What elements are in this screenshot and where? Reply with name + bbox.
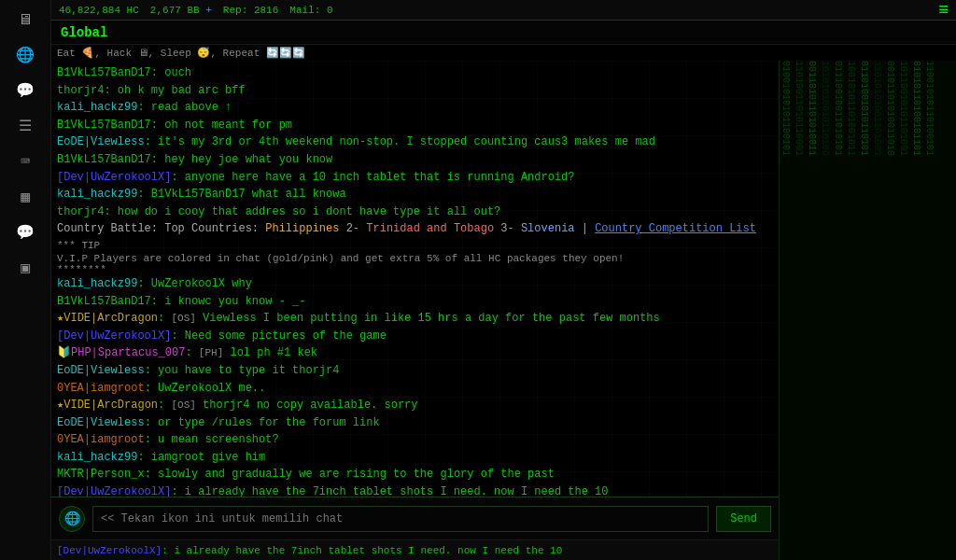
mail-label: Mail: 0 bbox=[289, 5, 332, 16]
topbar-right: ≡ bbox=[938, 1, 949, 20]
chat-wrapper: B1VkL157BanD17: ouch thorjr4: oh k my ba… bbox=[51, 61, 956, 560]
stars-divider: ******** bbox=[57, 264, 773, 275]
chat-input[interactable] bbox=[92, 506, 709, 532]
topbar-stats: 46,822,884 HC 2,677 BB + Rep: 2816 Mail:… bbox=[59, 5, 333, 16]
topbar: 46,822,884 HC 2,677 BB + Rep: 2816 Mail:… bbox=[51, 0, 956, 21]
sidebar-icon-keyboard[interactable]: ⌨ bbox=[7, 145, 44, 178]
sidebar: 🖥 🌐 💬 ☰ ⌨ ▦ 💬 ▣ bbox=[0, 0, 51, 560]
status-message: : i already have the 7inch tablet shots … bbox=[162, 545, 562, 556]
chat-line: kali_hackz99: B1VkL157BanD17 what all kn… bbox=[57, 186, 773, 203]
chat-line: kali_hackz99: read above ↑ bbox=[57, 99, 773, 117]
channel-subtitle: Eat 🍕, Hack 🖥, Sleep 😴, Repeat 🔄🔄🔄 bbox=[51, 45, 956, 61]
channel-name: Global bbox=[61, 25, 107, 40]
chat-line: 🔰PHP|Spartacus_007: [PH] lol ph #1 kek bbox=[57, 344, 773, 362]
status-username: [Dev|UwZerokoolX] bbox=[57, 545, 162, 556]
chat-line: 0YEA|iamgroot: u mean screenshot? bbox=[57, 431, 773, 449]
sidebar-icon-grid[interactable]: ▦ bbox=[7, 180, 44, 214]
right-panel: 01001010101100101 11010011010110001 0011… bbox=[779, 61, 956, 560]
sidebar-icon-monitor[interactable]: 🖥 bbox=[7, 3, 44, 36]
vip-message: V.I.P Players are colored in chat (gold/… bbox=[57, 253, 773, 264]
sidebar-icon-list[interactable]: ☰ bbox=[7, 109, 44, 143]
input-area: 🌐 Send bbox=[51, 497, 779, 539]
chat-line: [Dev|UwZerokoolX]: i already have the 7i… bbox=[57, 483, 773, 497]
hamburger-menu-icon[interactable]: ≡ bbox=[938, 1, 949, 20]
chat-line: MKTR|Person_x: slowly and gradually we a… bbox=[57, 466, 773, 483]
tip-prefix: *** TIP bbox=[57, 240, 773, 251]
chat-line: thorjr4: oh k my bad arc bff bbox=[57, 82, 773, 100]
chat-line: B1VkL157BanD17: hey hey joe what you kno… bbox=[57, 151, 773, 169]
matrix-rain: 01001010101100101 11010011010110001 0011… bbox=[780, 61, 956, 560]
channel-header: Global bbox=[51, 21, 956, 45]
bb-amount: 2,677 BB + bbox=[150, 5, 212, 16]
chat-line: [Dev|UwZerokoolX]: Need some pictures of… bbox=[57, 328, 773, 345]
country-competition-link[interactable]: Country Competition List bbox=[595, 222, 756, 235]
chat-line: EoDE|Viewless: or type /rules for the fo… bbox=[57, 414, 773, 432]
send-button[interactable]: Send bbox=[716, 506, 771, 532]
chat-line: B1VkL157BanD17: ouch bbox=[57, 64, 773, 82]
chat-line: EoDE|Viewless: it's my 3rd or 4th weeken… bbox=[57, 133, 773, 151]
sidebar-icon-chat[interactable]: 💬 bbox=[7, 74, 44, 107]
sidebar-icon-chat2[interactable]: 💬 bbox=[7, 216, 44, 249]
chat-line: B1VkL157BanD17: oh not meant for pm bbox=[57, 117, 773, 134]
chat-line: kali_hackz99: iamgroot give him bbox=[57, 449, 773, 467]
chat-line: B1VkL157BanD17: i knowc you know - _- bbox=[57, 293, 773, 311]
hc-amount: 46,822,884 HC bbox=[59, 5, 139, 16]
chat-main: B1VkL157BanD17: ouch thorjr4: oh k my ba… bbox=[51, 61, 779, 560]
chat-line: ★VIDE|ArcDragon: [OS] thorjr4 no copy av… bbox=[57, 397, 773, 414]
chat-line: kali_hackz99: UwZerokoolX why bbox=[57, 275, 773, 293]
rep-label: Rep: 2816 bbox=[223, 5, 278, 16]
chat-line: 0YEA|iamgroot: UwZerokoolX me.. bbox=[57, 380, 773, 398]
main-content: 46,822,884 HC 2,677 BB + Rep: 2816 Mail:… bbox=[51, 0, 956, 560]
status-bar: [Dev|UwZerokoolX] : i already have the 7… bbox=[51, 539, 779, 560]
globe-button[interactable]: 🌐 bbox=[59, 506, 85, 532]
sidebar-icon-layers[interactable]: ▣ bbox=[7, 251, 44, 285]
sidebar-icon-globe[interactable]: 🌐 bbox=[7, 38, 44, 72]
chat-line: EoDE|Viewless: you have to type it thorj… bbox=[57, 362, 773, 380]
country-battle-line: Country Battle: Top Countries: Philippin… bbox=[57, 220, 773, 238]
chat-line: thorjr4: how do i cooy that addres so i … bbox=[57, 203, 773, 221]
chat-area[interactable]: B1VkL157BanD17: ouch thorjr4: oh k my ba… bbox=[51, 61, 779, 497]
chat-line: ★VIDE|ArcDragon: [OS] Viewless I been pu… bbox=[57, 310, 773, 328]
chat-line: [Dev|UwZerokoolX]: anyone here have a 10… bbox=[57, 169, 773, 187]
